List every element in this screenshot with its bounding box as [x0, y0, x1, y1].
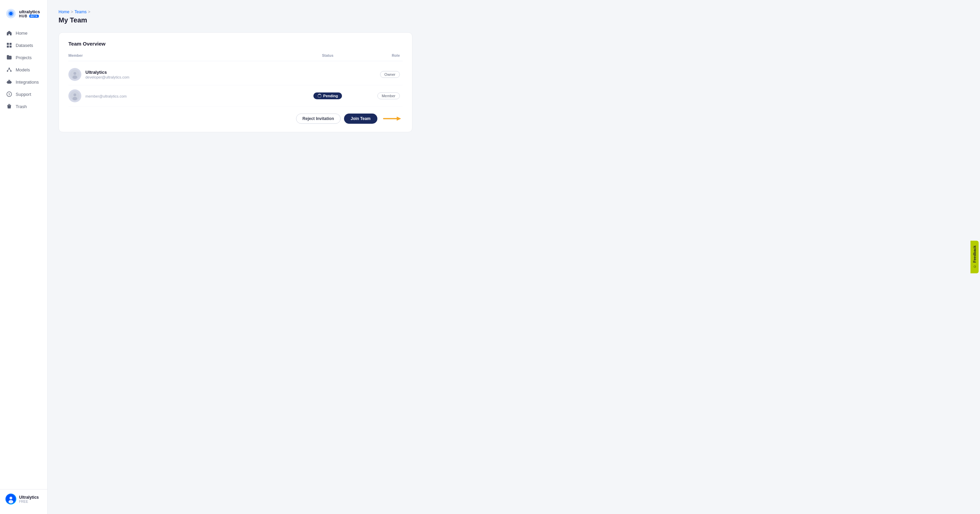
datasets-icon [6, 42, 12, 48]
col-header-status: Status [301, 53, 355, 57]
member-info-2: member@ultralytics.com [68, 89, 301, 102]
table-row: Ultralytics developer@ultralytics.com Ow… [68, 64, 402, 85]
role-col-1: Owner [355, 71, 402, 78]
table-row: member@ultralytics.com Pending Member [68, 85, 402, 107]
col-header-member: Member [68, 53, 301, 57]
role-col-2: Member [355, 92, 402, 99]
svg-line-11 [9, 69, 11, 70]
col-header-role: Role [355, 53, 402, 57]
pending-spinner [318, 94, 321, 98]
projects-icon [6, 54, 12, 60]
reject-invitation-button[interactable]: Reject Invitation [296, 114, 340, 124]
member-info-1: Ultralytics developer@ultralytics.com [68, 68, 301, 81]
sidebar-item-support[interactable]: ? Support [3, 88, 45, 100]
main-content: Home > Teams > My Team Team Overview Mem… [48, 0, 980, 514]
trash-icon [6, 103, 12, 109]
card-title: Team Overview [68, 41, 402, 47]
svg-rect-5 [7, 46, 9, 48]
home-icon [6, 30, 12, 36]
member-text-2: member@ultralytics.com [86, 94, 127, 98]
svg-point-18 [73, 72, 76, 75]
svg-point-16 [8, 500, 13, 503]
sidebar-item-integrations[interactable]: Integrations [3, 76, 45, 88]
svg-line-10 [8, 69, 9, 70]
svg-marker-24 [397, 117, 401, 121]
svg-text:?: ? [8, 93, 10, 96]
pending-status-badge: Pending [313, 92, 342, 99]
svg-rect-6 [10, 46, 11, 48]
sidebar-item-models[interactable]: Models [3, 64, 45, 76]
sidebar-item-home[interactable]: Home [3, 27, 45, 39]
user-avatar [5, 493, 16, 504]
member-avatar-2 [68, 89, 81, 102]
user-info[interactable]: Ultralytics FREE [5, 493, 42, 504]
action-row: Reject Invitation Join Team [68, 114, 402, 124]
svg-point-15 [10, 497, 12, 500]
integrations-icon [6, 79, 12, 85]
table-header: Member Status Role [68, 53, 402, 61]
svg-point-21 [73, 94, 76, 96]
logo-text: ultralytics HUB BETA [19, 9, 40, 18]
sidebar-item-projects[interactable]: Projects [3, 52, 45, 63]
arrow-indicator [382, 114, 402, 123]
svg-point-2 [9, 12, 13, 15]
svg-point-7 [8, 68, 10, 69]
sidebar-item-datasets[interactable]: Datasets [3, 40, 45, 51]
svg-point-22 [73, 97, 77, 100]
support-icon: ? [6, 91, 12, 97]
svg-rect-4 [10, 43, 11, 45]
sidebar: ultralytics HUB BETA Home Datasets Proj [0, 0, 48, 514]
svg-point-9 [10, 70, 11, 72]
page-title: My Team [59, 16, 969, 24]
sidebar-footer: Ultralytics FREE [0, 489, 47, 509]
models-icon [6, 67, 12, 73]
logo[interactable]: ultralytics HUB BETA [0, 5, 47, 27]
svg-point-8 [7, 70, 8, 72]
sidebar-item-trash[interactable]: Trash [3, 101, 45, 112]
svg-point-19 [73, 76, 77, 79]
sidebar-nav: Home Datasets Projects Models Integratio… [0, 27, 47, 489]
team-overview-card: Team Overview Member Status Role Ultraly… [59, 32, 412, 132]
breadcrumb: Home > Teams > [59, 10, 969, 14]
feedback-icon: ☺ [972, 265, 977, 268]
user-details: Ultralytics FREE [19, 495, 39, 503]
logo-icon [5, 8, 16, 19]
feedback-tab[interactable]: ☺ Feedback [970, 241, 978, 273]
status-col-2: Pending [301, 92, 355, 99]
svg-rect-3 [7, 43, 9, 45]
join-team-button[interactable]: Join Team [344, 114, 377, 124]
member-text-1: Ultralytics developer@ultralytics.com [86, 70, 129, 79]
member-avatar-1 [68, 68, 81, 81]
